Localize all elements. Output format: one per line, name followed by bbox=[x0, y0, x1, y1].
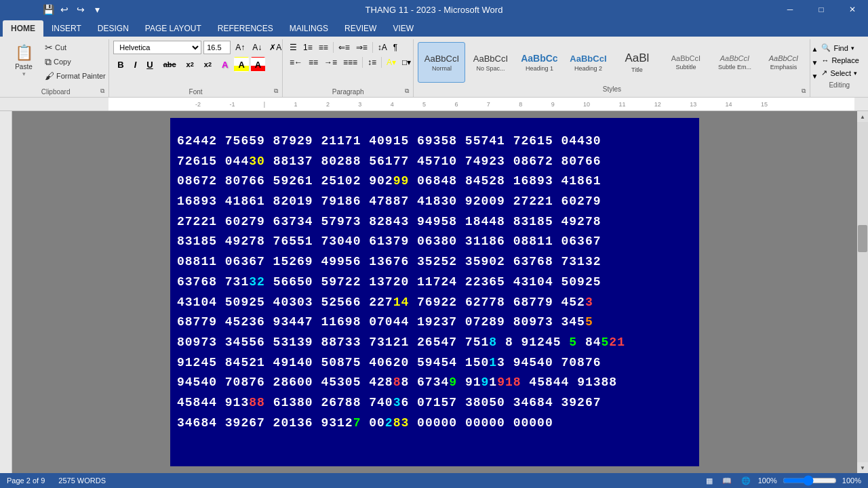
doc-line: 34684 39267 20136 93127 00283 00000 0000… bbox=[177, 413, 692, 434]
tab-home[interactable]: HOME bbox=[3, 20, 43, 37]
style-subtitle-preview: AaBbCcI bbox=[671, 54, 701, 62]
print-layout-button[interactable]: ▦ bbox=[704, 476, 715, 486]
tab-insert[interactable]: INSERT bbox=[43, 20, 90, 37]
paste-button[interactable]: 📋 Paste ▾ bbox=[7, 41, 41, 80]
style-heading1[interactable]: AaBbCc Heading 1 bbox=[515, 42, 563, 83]
replace-button[interactable]: ↔ Replace bbox=[818, 55, 861, 66]
paragraph-expand[interactable]: ⧉ bbox=[402, 86, 412, 96]
copy-button[interactable]: ⧉ Copy bbox=[42, 55, 108, 68]
styles-expand[interactable]: ⧉ bbox=[799, 86, 808, 96]
find-button[interactable]: 🔍 Find ▾ bbox=[818, 42, 856, 54]
bold-button[interactable]: B bbox=[113, 57, 127, 72]
italic-button[interactable]: I bbox=[130, 57, 141, 72]
scroll-track[interactable] bbox=[857, 122, 868, 462]
number-list-button[interactable]: 1≡ bbox=[300, 41, 315, 54]
justify-button[interactable]: ≡≡≡ bbox=[340, 56, 360, 69]
sort-button[interactable]: ↕A bbox=[375, 41, 390, 54]
align-right-button[interactable]: →≡ bbox=[321, 56, 340, 69]
redo-button[interactable]: ↪ bbox=[73, 3, 88, 16]
style-title-label: Title bbox=[631, 66, 643, 73]
style-normal[interactable]: AaBbCcI Normal bbox=[418, 42, 465, 83]
strikethrough-button[interactable]: abc bbox=[159, 57, 180, 72]
ruler: -2-1|123456789101112131415 bbox=[0, 98, 868, 111]
font-name-selector[interactable]: Helvetica bbox=[113, 41, 201, 54]
doc-line: 08672 80766 59261 25102 90299 06848 8452… bbox=[177, 171, 692, 192]
style-nospace-preview: AaBbCcI bbox=[473, 54, 508, 64]
close-button[interactable]: ✕ bbox=[837, 0, 868, 19]
tab-design[interactable]: DESIGN bbox=[90, 20, 137, 37]
scroll-thumb[interactable] bbox=[858, 225, 867, 252]
align-center-button[interactable]: ≡≡ bbox=[306, 56, 321, 69]
ribbon-tabs: HOMEINSERTDESIGNPAGE LAYOUTREFERENCESMAI… bbox=[0, 19, 868, 37]
style-subtleemphasis[interactable]: AaBbCcI Subtle Em... bbox=[711, 42, 758, 83]
save-button[interactable]: 💾 bbox=[41, 3, 56, 16]
font-size-input[interactable] bbox=[203, 41, 231, 54]
find-icon: 🔍 bbox=[821, 43, 831, 52]
style-nospace[interactable]: AaBbCcI No Spac... bbox=[467, 42, 514, 83]
tab-review[interactable]: REVIEW bbox=[336, 20, 384, 37]
tab-page-layout[interactable]: PAGE LAYOUT bbox=[137, 20, 210, 37]
zoom-percent: 100% bbox=[842, 476, 861, 485]
para-divider4 bbox=[381, 57, 382, 68]
scroll-down-button[interactable]: ▼ bbox=[857, 462, 868, 473]
multi-level-list-button[interactable]: ≡≡ bbox=[316, 41, 331, 54]
customize-qa-button[interactable]: ▾ bbox=[90, 3, 104, 16]
style-title[interactable]: AaBl Title bbox=[613, 42, 660, 83]
increase-indent-button[interactable]: ⇒≡ bbox=[353, 41, 370, 54]
shading-button[interactable]: A▾ bbox=[384, 56, 399, 69]
minimize-button[interactable]: ─ bbox=[774, 0, 806, 19]
maximize-button[interactable]: □ bbox=[806, 0, 837, 19]
document-area: 62442 75659 87929 21171 40915 69358 5574… bbox=[0, 111, 868, 473]
text-color-button[interactable]: A bbox=[251, 57, 265, 72]
decrease-indent-button[interactable]: ⇐≡ bbox=[336, 41, 353, 54]
web-layout-button[interactable]: 🌐 bbox=[739, 476, 753, 486]
window-title: THANG 11 - 2023 - Microsoft Word bbox=[366, 5, 503, 15]
tab-mailings[interactable]: MAILINGS bbox=[281, 20, 336, 37]
document-scroll[interactable]: 62442 75659 87929 21171 40915 69358 5574… bbox=[12, 111, 857, 473]
format-painter-label: Format Painter bbox=[56, 72, 106, 80]
scroll-up-button[interactable]: ▲ bbox=[857, 111, 868, 122]
align-left-button[interactable]: ≡← bbox=[287, 56, 305, 69]
tab-view[interactable]: VIEW bbox=[384, 20, 422, 37]
style-subtleemphasis-preview: AaBbCcI bbox=[720, 54, 749, 62]
clipboard-content: 📋 Paste ▾ ✂ Cut ⧉ Copy 🖌 Format Painter bbox=[7, 41, 108, 87]
tab-list: HOMEINSERTDESIGNPAGE LAYOUTREFERENCESMAI… bbox=[3, 20, 422, 37]
doc-line: 45844 91388 61380 26788 74036 07157 3805… bbox=[177, 393, 692, 413]
select-button[interactable]: ↗ Select ▾ bbox=[818, 67, 860, 79]
superscript-button[interactable]: x2 bbox=[200, 57, 216, 72]
clipboard-expand[interactable]: ⧉ bbox=[98, 86, 107, 96]
styles-group: AaBbCcI Normal AaBbCcI No Spac... AaBbCc… bbox=[414, 39, 810, 97]
border-button[interactable]: □▾ bbox=[399, 56, 414, 69]
font-expand[interactable]: ⧉ bbox=[271, 86, 281, 96]
style-subtitle[interactable]: AaBbCcI Subtitle bbox=[662, 42, 709, 83]
underline-button[interactable]: U bbox=[142, 57, 157, 72]
scrollbar[interactable]: ▲ ▼ bbox=[857, 111, 868, 473]
select-icon: ↗ bbox=[821, 68, 827, 77]
show-hide-button[interactable]: ¶ bbox=[391, 41, 400, 54]
tab-references[interactable]: REFERENCES bbox=[210, 20, 281, 37]
bullet-list-button[interactable]: ☰ bbox=[287, 41, 300, 54]
style-heading2[interactable]: AaBbCcI Heading 2 bbox=[564, 42, 612, 83]
undo-button[interactable]: ↩ bbox=[57, 3, 72, 16]
line-spacing-button[interactable]: ↕≡ bbox=[365, 56, 379, 69]
style-emphasis[interactable]: AaBbCcI Emphasis bbox=[760, 42, 807, 83]
read-mode-button[interactable]: 📖 bbox=[720, 476, 734, 486]
doc-line: 43104 50925 40303 52566 22714 76922 6277… bbox=[177, 293, 692, 313]
font-grow-button[interactable]: A↑ bbox=[233, 41, 248, 54]
style-nospace-label: No Spac... bbox=[476, 65, 505, 72]
styles-group-label: Styles bbox=[418, 85, 806, 93]
highlight-button[interactable]: A bbox=[234, 57, 248, 72]
text-effects-button[interactable]: A bbox=[218, 57, 232, 72]
para-divider2 bbox=[372, 42, 373, 53]
subscript-button[interactable]: x2 bbox=[182, 57, 198, 72]
zoom-slider[interactable] bbox=[783, 476, 837, 485]
document-content: 62442 75659 87929 21171 40915 69358 5574… bbox=[170, 118, 699, 466]
ruler-inner: -2-1|123456789101112131415 bbox=[95, 98, 868, 110]
clear-format-button[interactable]: ✗A bbox=[267, 41, 284, 54]
format-painter-button[interactable]: 🖌 Format Painter bbox=[42, 69, 108, 83]
window-controls: ─ □ ✕ bbox=[774, 0, 868, 19]
font-shrink-button[interactable]: A↓ bbox=[250, 41, 264, 54]
cut-button[interactable]: ✂ Cut bbox=[42, 41, 108, 54]
clipboard-small-buttons: ✂ Cut ⧉ Copy 🖌 Format Painter bbox=[42, 41, 108, 83]
style-subtleemphasis-label: Subtle Em... bbox=[718, 64, 751, 70]
